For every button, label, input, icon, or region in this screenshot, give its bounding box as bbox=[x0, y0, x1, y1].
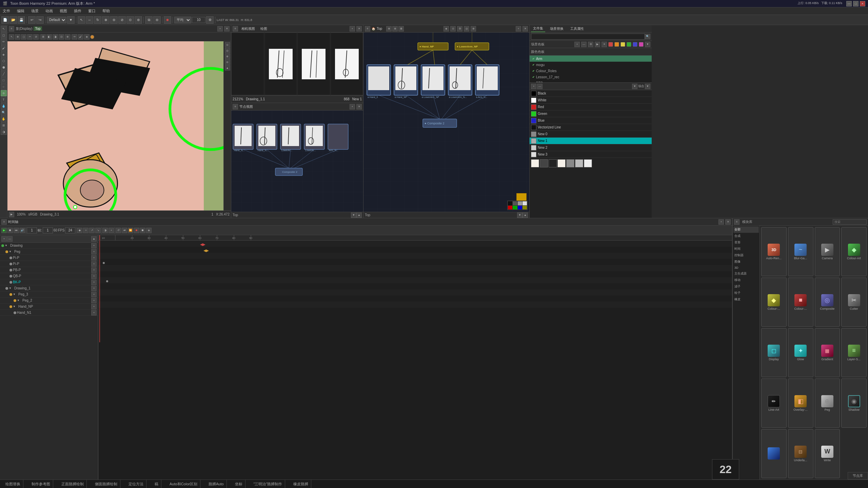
tl-audio[interactable]: 🔊 bbox=[20, 228, 25, 233]
node-tool-1[interactable]: ⊕ bbox=[386, 26, 392, 32]
palette-item-colour-roles[interactable]: ✔ Colour_Roles bbox=[530, 68, 652, 74]
color-expand[interactable]: ▼ bbox=[645, 42, 650, 47]
module-cat-composite[interactable]: 合成 bbox=[733, 233, 759, 239]
tl-current-frame[interactable] bbox=[43, 227, 53, 233]
tl-key-btn[interactable]: ◆ bbox=[77, 228, 82, 233]
color-add[interactable]: + bbox=[574, 42, 580, 47]
vp-right-2[interactable]: ◎ bbox=[225, 48, 230, 53]
color-more[interactable]: ▶ bbox=[595, 42, 600, 47]
color-vectorized-line[interactable]: Vectorized Line bbox=[530, 124, 652, 131]
vp-right-1[interactable]: ⊙ bbox=[225, 42, 230, 47]
tl-add[interactable]: + bbox=[718, 219, 724, 225]
color-green[interactable]: Green bbox=[530, 110, 652, 117]
module-layer-s[interactable]: ≡ Layer-S... bbox=[841, 328, 867, 377]
props-tab-replace[interactable]: 场景替换 bbox=[548, 26, 566, 32]
track-expand-peg[interactable]: ▼ bbox=[9, 250, 14, 253]
track-add-peg[interactable]: + bbox=[91, 249, 97, 255]
palette-item-mogu[interactable]: ✔ mogu bbox=[530, 62, 652, 68]
color-grid-3[interactable] bbox=[549, 159, 557, 167]
track-pi-p2[interactable]: Pi-P + bbox=[0, 261, 98, 267]
menu-help[interactable]: 帮助 bbox=[101, 8, 111, 14]
node-tool-2[interactable]: ⊗ bbox=[392, 26, 398, 32]
undo-btn[interactable]: ↩ bbox=[28, 16, 36, 24]
color-close[interactable]: ✕ bbox=[601, 42, 607, 47]
track-pb-p[interactable]: PB-P + bbox=[0, 267, 98, 273]
tl-close[interactable]: ✕ bbox=[725, 219, 731, 225]
status-draft[interactable]: 稿 bbox=[152, 480, 161, 488]
module-blur[interactable]: ~ Blur-Ga... bbox=[788, 227, 813, 276]
track-peg2[interactable]: ▼ Peg_2 + bbox=[0, 298, 98, 304]
tool8[interactable]: ⊚ bbox=[135, 16, 142, 24]
module-cat-time[interactable]: 时间 bbox=[733, 246, 759, 252]
menu-edit[interactable]: 编辑 bbox=[16, 8, 26, 14]
node-add-2[interactable]: + bbox=[350, 104, 355, 109]
track-hand-np[interactable]: ▼ Hand_NP + bbox=[0, 304, 98, 310]
track-add-bkp[interactable]: + bbox=[91, 280, 97, 285]
tl-play[interactable]: ▶ bbox=[1, 228, 7, 233]
node-tool-8[interactable]: ⊕ bbox=[471, 26, 476, 32]
minimize-button[interactable]: — bbox=[846, 1, 852, 6]
module-menu[interactable]: ≡ bbox=[734, 219, 739, 225]
line-tool[interactable]: ╱ bbox=[1, 71, 7, 77]
menu-view[interactable]: 视图 bbox=[58, 8, 68, 14]
module-search[interactable] bbox=[833, 219, 867, 225]
module-gradient[interactable]: ▦ Gradient bbox=[815, 328, 840, 377]
display-select[interactable]: Default bbox=[47, 17, 66, 23]
tl-menu[interactable]: ≡ bbox=[1, 219, 7, 225]
tool3[interactable]: ↻ bbox=[94, 16, 101, 24]
open-btn[interactable]: 📂 bbox=[9, 16, 17, 24]
status-side-arm[interactable]: 侧面胳膊绘制 bbox=[92, 480, 120, 488]
track-qb-p[interactable]: QB-P + bbox=[0, 273, 98, 279]
menu-file[interactable]: 文件 bbox=[1, 8, 12, 14]
draw-tool-3[interactable]: ◻ bbox=[21, 34, 26, 40]
draw-color[interactable] bbox=[90, 35, 94, 39]
color-expand-list[interactable]: ▼ bbox=[645, 84, 650, 89]
module-cat-filter[interactable]: 滤子 bbox=[733, 283, 759, 290]
tl-motion[interactable]: ↗ bbox=[89, 228, 95, 233]
viewport-close[interactable]: ✕ bbox=[224, 26, 230, 32]
module-shadow[interactable]: ◉ Shadow bbox=[841, 379, 867, 428]
module-auto-render[interactable]: 3D Auto-Ren... bbox=[761, 227, 787, 276]
menu-window[interactable]: 窗口 bbox=[87, 8, 97, 14]
track-del-layer[interactable]: — bbox=[7, 236, 13, 242]
tl-back[interactable]: ⏮ bbox=[14, 228, 19, 233]
display-options[interactable]: ▼ bbox=[67, 16, 75, 24]
track-add-drawing[interactable]: + bbox=[91, 243, 97, 248]
color-new2[interactable]: New 2 bbox=[530, 144, 652, 151]
track-expand-d1[interactable]: ▼ bbox=[9, 287, 14, 290]
preview-add[interactable]: + bbox=[350, 26, 355, 32]
track-add-pip2[interactable]: + bbox=[91, 261, 97, 267]
color-grid-5[interactable] bbox=[566, 159, 574, 167]
tl-onion[interactable]: ◑ bbox=[102, 228, 108, 233]
tool7[interactable]: ⊙ bbox=[126, 16, 134, 24]
track-pi-p1[interactable]: Pi-P + bbox=[0, 255, 98, 261]
tl-loop2[interactable]: ⇄ bbox=[122, 228, 127, 233]
color-new0[interactable]: New 0 bbox=[530, 131, 652, 138]
track-add-qbp[interactable]: + bbox=[91, 273, 97, 279]
close-button[interactable]: ✕ bbox=[860, 1, 865, 6]
color-new1[interactable]: New 1 bbox=[530, 138, 652, 144]
vp-right-5[interactable]: ▲ bbox=[225, 65, 230, 70]
tl-fps-input[interactable] bbox=[65, 227, 75, 233]
tl-start-frame[interactable] bbox=[27, 227, 37, 233]
module-cat-draw[interactable]: 绘子 bbox=[733, 290, 759, 296]
tool4[interactable]: ⊕ bbox=[102, 16, 110, 24]
node-zoom-in-2[interactable]: ▲ bbox=[356, 212, 362, 218]
vp-right-4[interactable]: ⊖ bbox=[225, 59, 230, 65]
draw-tool-select[interactable]: ↖ bbox=[9, 34, 14, 40]
brush-tool[interactable]: 🖌 bbox=[1, 45, 7, 51]
status-position[interactable]: 定位方法 bbox=[126, 480, 146, 488]
node-tool-6[interactable]: ⚙ bbox=[457, 26, 462, 32]
track-add-pbp[interactable]: + bbox=[91, 267, 97, 273]
module-cat-master[interactable]: 主生成器 bbox=[733, 270, 759, 277]
zoom-tool[interactable]: 🔍 bbox=[1, 109, 7, 116]
pencil-tool[interactable]: ✏ bbox=[1, 39, 7, 45]
tl-ease[interactable]: ≈ bbox=[83, 228, 88, 233]
module-cat-control[interactable]: 控制器 bbox=[733, 252, 759, 259]
track-hand-n1[interactable]: Hand_N1 + bbox=[0, 310, 98, 316]
track-peg[interactable]: ▼ Peg + bbox=[0, 249, 98, 255]
node-zoom-in[interactable]: ▲ bbox=[522, 212, 528, 218]
track-collapse[interactable]: ▲ bbox=[91, 236, 97, 242]
tool6[interactable]: ⊘ bbox=[118, 16, 126, 24]
module-line-art[interactable]: ✏ Line-Art bbox=[761, 379, 787, 428]
